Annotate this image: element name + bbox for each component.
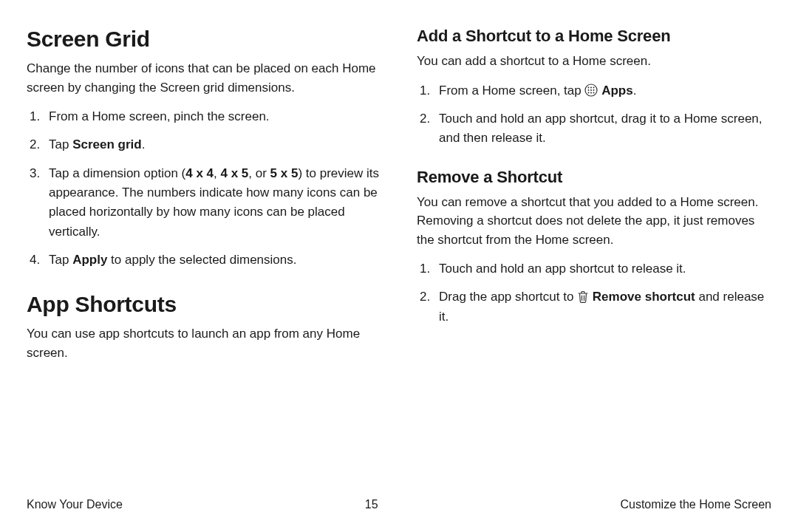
heading-app-shortcuts: App Shortcuts <box>27 292 381 317</box>
screen-grid-steps: From a Home screen, pinch the screen. Ta… <box>27 107 381 270</box>
page-footer: Know Your Device 15 Customize the Home S… <box>27 498 771 511</box>
step-1: From a Home screen, pinch the screen. <box>27 107 381 126</box>
footer-left: Know Your Device <box>27 498 123 511</box>
step-2: Tap Screen grid. <box>27 135 381 154</box>
heading-screen-grid: Screen Grid <box>27 27 381 52</box>
svg-point-6 <box>593 89 595 91</box>
remove-shortcut-intro: You can remove a shortcut that you added… <box>417 193 771 250</box>
apps-grid-icon <box>584 83 598 97</box>
svg-point-8 <box>590 92 592 94</box>
svg-point-7 <box>588 92 590 94</box>
svg-point-3 <box>593 87 595 89</box>
heading-add-shortcut: Add a Shortcut to a Home Screen <box>417 27 771 46</box>
svg-point-2 <box>590 87 592 89</box>
step-1: Touch and hold an app shortcut to releas… <box>417 259 771 279</box>
step-4: Tap Apply to apply the selected dimensio… <box>27 250 381 270</box>
footer-page-number: 15 <box>365 498 378 511</box>
svg-point-9 <box>593 92 595 94</box>
remove-shortcut-steps: Touch and hold an app shortcut to releas… <box>417 259 771 327</box>
app-shortcuts-intro: You can use app shortcuts to launch an a… <box>27 324 381 362</box>
step-1: From a Home screen, tap Apps. <box>417 81 771 100</box>
svg-point-5 <box>590 89 592 91</box>
footer-right: Customize the Home Screen <box>620 498 771 511</box>
screen-grid-intro: Change the number of icons that can be p… <box>27 59 381 97</box>
left-column: Screen Grid Change the number of icons t… <box>27 27 381 372</box>
trash-icon <box>577 290 589 304</box>
add-shortcut-intro: You can add a shortcut to a Home screen. <box>417 52 771 71</box>
right-column: Add a Shortcut to a Home Screen You can … <box>417 27 771 372</box>
svg-point-1 <box>588 87 590 89</box>
svg-point-4 <box>588 89 590 91</box>
heading-remove-shortcut: Remove a Shortcut <box>417 168 771 187</box>
add-shortcut-steps: From a Home screen, tap Apps. Touch and … <box>417 81 771 149</box>
step-2: Touch and hold an app shortcut, drag it … <box>417 109 771 149</box>
step-3: Tap a dimension option (4 x 4, 4 x 5, or… <box>27 164 381 242</box>
step-2: Drag the app shortcut to Remove shortcut… <box>417 287 771 327</box>
